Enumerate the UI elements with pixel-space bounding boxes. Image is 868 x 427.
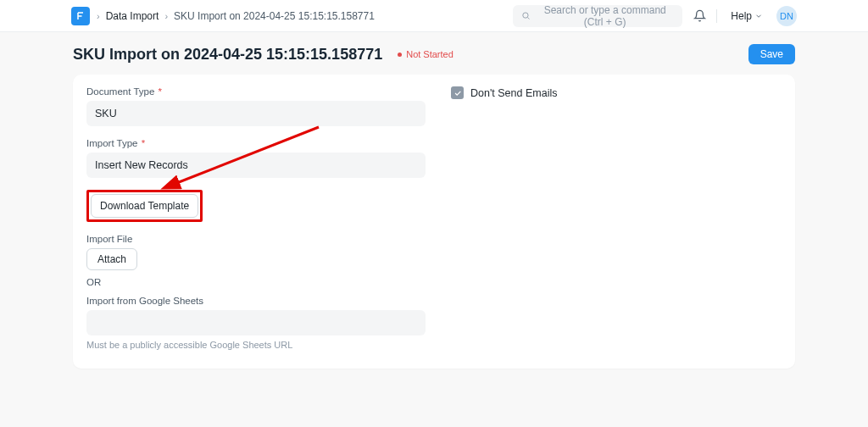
avatar[interactable]: DN <box>776 6 797 26</box>
breadcrumb-item-current: SKU Import on 2024-04-25 15:15:15.158771 <box>174 10 375 22</box>
attach-button[interactable]: Attach <box>86 248 137 270</box>
svg-point-0 <box>523 13 528 18</box>
import-type-label: Import Type * <box>86 138 426 148</box>
notifications-icon[interactable] <box>691 8 708 25</box>
app-logo[interactable] <box>71 7 90 25</box>
import-file-label: Import File <box>86 234 426 244</box>
google-sheets-hint: Must be a publicly accessible Google She… <box>86 340 426 350</box>
page-title: SKU Import on 2024-04-25 15:15:15.158771 <box>73 46 382 64</box>
document-type-label: Document Type * <box>86 86 426 97</box>
save-button[interactable]: Save <box>748 44 795 64</box>
search-placeholder: Search or type a command (Ctrl + G) <box>536 4 674 28</box>
breadcrumb-item-data-import[interactable]: Data Import <box>106 10 159 22</box>
google-sheets-label: Import from Google Sheets <box>86 296 426 306</box>
chevron-right-icon: › <box>164 11 168 21</box>
document-type-field[interactable]: SKU <box>86 101 426 126</box>
search-input[interactable]: Search or type a command (Ctrl + G) <box>513 5 682 27</box>
breadcrumb: › Data Import › SKU Import on 2024-04-25… <box>97 10 375 22</box>
import-type-field[interactable]: Insert New Records <box>86 152 426 178</box>
search-icon <box>521 10 531 21</box>
chevron-down-icon <box>754 12 763 20</box>
dont-send-emails-checkbox[interactable]: Don't Send Emails <box>451 86 782 99</box>
dont-send-emails-label: Don't Send Emails <box>470 87 557 99</box>
checkbox-checked-icon <box>451 86 464 99</box>
chevron-right-icon: › <box>97 11 100 21</box>
or-text: OR <box>86 277 426 287</box>
form-card: Document Type * SKU Import Type * Insert… <box>73 75 795 369</box>
google-sheets-input[interactable] <box>86 310 426 336</box>
help-menu[interactable]: Help <box>726 10 768 22</box>
annotation-highlight: Download Template <box>86 190 203 222</box>
divider <box>716 9 717 23</box>
download-template-button[interactable]: Download Template <box>91 194 198 218</box>
status-badge: Not Started <box>392 47 459 61</box>
